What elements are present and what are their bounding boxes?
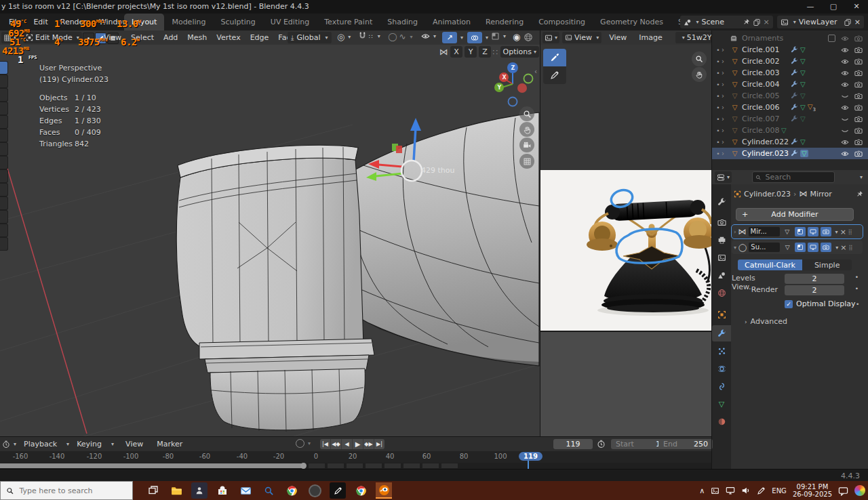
camera-icon[interactable] (854, 58, 863, 66)
start-frame-field[interactable]: Start1 (611, 439, 665, 449)
widgets-icon[interactable] (854, 485, 865, 496)
photos-app-button[interactable] (191, 482, 208, 499)
overlays-toggle[interactable]: ▾ (467, 32, 488, 43)
pivot-dropdown[interactable]: ◎▾ (337, 32, 351, 42)
photoshop-like-button[interactable] (330, 482, 346, 499)
eye-icon[interactable] (841, 35, 849, 43)
collection-row[interactable]: Ornaments (712, 33, 868, 44)
bevel-tool[interactable] (0, 196, 8, 210)
xray-toggle[interactable]: ▾ (491, 32, 506, 41)
tab-sculpting[interactable]: Sculpting (213, 14, 262, 30)
annotate-tool[interactable] (0, 142, 8, 156)
playhead-badge[interactable]: 119 (519, 452, 542, 461)
tab-render[interactable] (712, 214, 731, 230)
tab-material[interactable] (712, 413, 731, 430)
rotate-tool[interactable] (0, 102, 8, 115)
clock[interactable]: 09:21 PM 26-09-2025 (793, 483, 832, 498)
menu-edge[interactable]: Edge (245, 33, 274, 42)
end-frame-field[interactable]: End250 (658, 439, 713, 449)
tab-shading[interactable]: Shading (380, 14, 425, 30)
camera-icon[interactable] (854, 150, 863, 158)
camera-icon[interactable] (854, 115, 863, 123)
tab-view-layer[interactable] (712, 249, 731, 266)
magnet-icon[interactable] (358, 32, 367, 41)
tab-object[interactable] (712, 306, 731, 322)
perspective-toggle-button[interactable] (519, 154, 534, 169)
scale-tool[interactable] (0, 115, 8, 129)
inset-tool[interactable] (0, 183, 8, 196)
file-explorer-button[interactable] (168, 482, 184, 499)
levels-render-field[interactable]: 2 (785, 285, 844, 295)
breadcrumb-modifier[interactable]: Mirror (810, 190, 831, 199)
proportional-icon[interactable]: ◯ (388, 32, 397, 41)
copy-icon[interactable] (753, 18, 761, 26)
tab-physics[interactable] (712, 360, 731, 377)
pin-id-button[interactable] (856, 190, 863, 198)
blender-taskbar-button[interactable] (376, 482, 392, 499)
camera-icon[interactable] (854, 81, 863, 89)
remove-icon[interactable]: × (854, 18, 861, 26)
timeline-scrollbar[interactable] (0, 463, 303, 468)
outliner-row[interactable]: •›▽ Circle.006 ▽ ▽3 (712, 102, 868, 113)
animate-dot[interactable]: • (855, 285, 859, 292)
mirror-z-button[interactable]: Z (479, 46, 491, 58)
outliner-row-hidden[interactable]: •›▽ Circle.008 ▽ (712, 125, 868, 136)
close-button[interactable]: ✕ (845, 2, 868, 11)
language-indicator[interactable]: ENG (772, 487, 787, 495)
sidebar-collapse-arrow[interactable]: ‹ (534, 68, 537, 75)
snap-controls[interactable]: ∷▾ (358, 32, 380, 41)
maximize-button[interactable]: ▢ (822, 2, 845, 11)
sample-tool[interactable] (543, 49, 566, 66)
drag-handle[interactable]: ⣿ (849, 245, 854, 251)
snap-target-icon[interactable]: ⸬ (493, 48, 498, 56)
tab-tool[interactable] (712, 194, 731, 210)
show-on-cage-toggle[interactable]: ▽ (782, 227, 793, 236)
delete-modifier-button[interactable]: × (840, 228, 846, 236)
volume-icon[interactable] (741, 486, 751, 495)
tab-modifiers[interactable] (712, 325, 731, 341)
camera-icon[interactable] (854, 127, 863, 135)
timeline-ruler[interactable]: -160 -140 -120 -100 -80 -60 -40 -20 0 20… (0, 451, 712, 463)
mirror-x-button[interactable]: X (450, 46, 462, 58)
measure-tool[interactable] (0, 156, 8, 169)
windows-search-box[interactable] (0, 481, 133, 500)
move-tool[interactable] (0, 88, 8, 102)
editor-type-button[interactable]: ▾ (542, 32, 559, 43)
image-zoom-button[interactable] (692, 51, 707, 66)
store-button[interactable] (214, 482, 231, 499)
image-pan-button[interactable] (692, 67, 707, 82)
menu-playback[interactable]: Playback (18, 440, 63, 449)
viewlayer-selector[interactable]: ▾ ViewLayer × (777, 16, 864, 28)
eye-closed-icon[interactable] (841, 127, 849, 135)
expand-icon[interactable]: › (734, 228, 736, 235)
camera-icon[interactable] (854, 46, 863, 54)
current-frame-field[interactable]: 119 (553, 439, 593, 449)
tab-compositing[interactable]: Compositing (531, 14, 593, 30)
gizmo-icon[interactable]: ↗ (442, 32, 457, 43)
gizmo-toggle[interactable]: ↗▾ (442, 32, 463, 43)
properties-editor-type[interactable]: ▾ (715, 171, 732, 183)
notifications-icon[interactable] (838, 486, 848, 496)
image-selector[interactable]: ▾ 51w2Y4N (675, 32, 711, 43)
play-reverse-button[interactable]: ◀ (342, 439, 353, 449)
optimal-display-checkbox[interactable]: ✓ (785, 300, 793, 308)
tab-modeling[interactable]: Modeling (164, 14, 213, 30)
options-dropdown[interactable]: Options▾ (500, 46, 539, 58)
catmull-clark-button[interactable]: Catmull-Clark (738, 259, 802, 270)
rendered-shading-button[interactable] (524, 33, 533, 42)
prev-keyframe-button[interactable]: ◀◆ (331, 439, 342, 449)
exclude-checkbox[interactable] (828, 35, 835, 42)
visibility-dropdown[interactable]: ▾ (421, 32, 436, 41)
mirror-y-button[interactable]: Y (465, 46, 477, 58)
show-on-cage-toggle[interactable]: ▽ (782, 243, 793, 252)
mail-button[interactable] (237, 482, 254, 499)
mode-dropdown[interactable]: Edit Mode▾ (23, 32, 82, 43)
tray-expand-button[interactable]: ∧ (699, 486, 705, 495)
copy-icon[interactable] (844, 18, 852, 26)
menu-view[interactable]: View (604, 33, 631, 42)
annotate-tool[interactable] (543, 66, 566, 84)
show-render-toggle[interactable] (821, 227, 831, 236)
menu-keying[interactable]: Keying (71, 440, 108, 449)
chrome-button[interactable] (283, 482, 300, 499)
extras-dropdown[interactable]: ▾ (835, 229, 838, 235)
